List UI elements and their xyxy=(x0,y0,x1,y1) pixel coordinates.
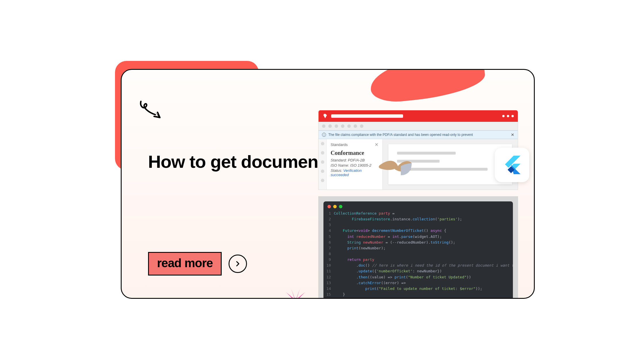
next-arrow-button[interactable] xyxy=(229,255,247,273)
cta-row: read more xyxy=(148,252,247,276)
code-content: CollectionReference party = FirebaseFire… xyxy=(334,211,513,297)
pdf-side-rail xyxy=(319,139,327,190)
panel-title: Standards xyxy=(331,143,348,147)
pointing-hand-icon xyxy=(378,157,412,178)
code-gutter: 123456789101112131415 xyxy=(323,211,334,297)
panel-close-icon[interactable]: ✕ xyxy=(375,142,378,147)
pdf-body: Standards ✕ Conformance Standard: PDF/A-… xyxy=(319,139,518,190)
pdf-banner-text: The file claims compliance with the PDF/… xyxy=(328,133,473,137)
illustration-composite: i The file claims compliance with the PD… xyxy=(318,110,518,299)
pdf-viewer-mock: i The file claims compliance with the PD… xyxy=(318,110,518,190)
red-blob-decoration xyxy=(368,69,487,105)
code-editor: 123456789101112131415 CollectionReferenc… xyxy=(323,201,513,299)
main-card: How to get document id in firestore flut… xyxy=(121,69,535,299)
flutter-logo-tile xyxy=(495,148,529,182)
pdf-app-icon xyxy=(323,113,328,119)
pdf-standards-panel: Standards ✕ Conformance Standard: PDF/A-… xyxy=(327,139,383,190)
flutter-logo-icon xyxy=(502,155,522,175)
pdf-toolbar xyxy=(319,122,518,130)
pdf-title-placeholder xyxy=(331,114,403,118)
conformance-heading: Conformance xyxy=(331,150,378,156)
window-dots-icon xyxy=(502,115,514,117)
banner-close-icon[interactable]: ✕ xyxy=(511,132,514,137)
pdf-info-banner: i The file claims compliance with the PD… xyxy=(319,130,518,139)
chevron-right-icon xyxy=(235,261,241,267)
pdf-titlebar xyxy=(319,110,518,122)
read-more-button[interactable]: read more xyxy=(148,252,222,276)
traffic-lights-icon xyxy=(323,201,513,211)
curly-arrow-icon xyxy=(137,99,163,122)
standard-row: Standard: PDF/A-2B xyxy=(331,158,378,162)
blog-card: How to get document id in firestore flut… xyxy=(109,63,535,299)
status-row: Status: Verification succeeded xyxy=(331,168,378,177)
iso-row: ISO Name: ISO 19005-2 xyxy=(331,163,378,167)
info-icon: i xyxy=(322,133,326,137)
code-wrap: 123456789101112131415 CollectionReferenc… xyxy=(318,196,518,299)
pink-burst-icon xyxy=(283,284,308,299)
